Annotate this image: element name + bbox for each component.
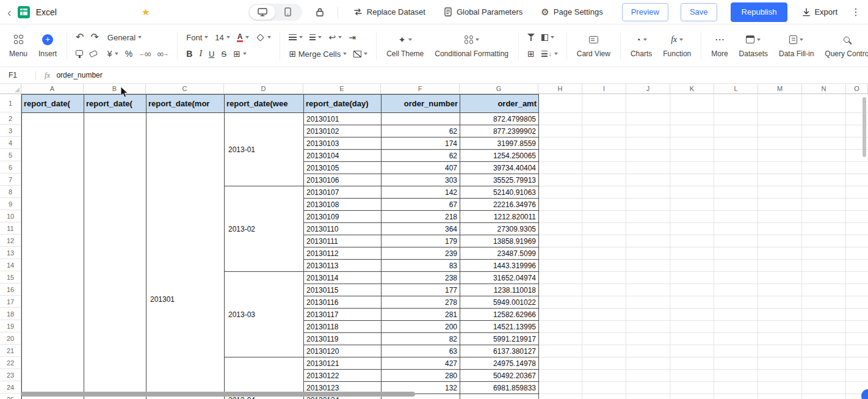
- kebab-menu-icon[interactable]: ⋮: [851, 7, 861, 17]
- cell-G5[interactable]: 1254.250065: [460, 150, 539, 162]
- row-header-25[interactable]: 25: [0, 394, 21, 399]
- row-header-6[interactable]: 6: [0, 161, 21, 174]
- merge-cells-button[interactable]: ⊞ Merge Cells: [289, 49, 347, 59]
- italic-button[interactable]: I: [199, 49, 202, 59]
- cell-E16[interactable]: 20130115: [304, 284, 382, 296]
- page-settings-button[interactable]: ⚙ Page Settings: [534, 7, 609, 16]
- borders-button[interactable]: ⊞: [233, 49, 247, 58]
- row-header-16[interactable]: 16: [0, 284, 21, 296]
- merged-cell-week-2013-02[interactable]: 2013-02: [225, 186, 304, 272]
- cell-E13[interactable]: 20130112: [304, 247, 382, 260]
- cell-F12[interactable]: 179: [382, 235, 460, 247]
- cell-G2[interactable]: 872.4799805: [460, 113, 539, 125]
- cell-F9[interactable]: 67: [382, 199, 460, 211]
- column-header-F[interactable]: F: [381, 84, 460, 94]
- cell-G22[interactable]: 24975.14978: [460, 357, 539, 370]
- cell-G17[interactable]: 5949.001022: [460, 296, 539, 309]
- cell-F15[interactable]: 238: [382, 272, 460, 284]
- row-header-22[interactable]: 22: [0, 357, 21, 369]
- cell-E20[interactable]: 20130119: [304, 333, 382, 345]
- merged-cell-week-2013-03[interactable]: 2013-03: [225, 272, 304, 357]
- number-format-dropdown[interactable]: General: [107, 33, 142, 42]
- row-header-13[interactable]: 13: [0, 247, 21, 259]
- device-preview-toggle[interactable]: [248, 4, 302, 21]
- cell-F11[interactable]: 364: [382, 223, 460, 235]
- export-button[interactable]: Export: [802, 7, 837, 16]
- row-header-2[interactable]: 2: [0, 112, 21, 125]
- global-parameters-button[interactable]: Global Parameters: [437, 7, 529, 16]
- cell-G23[interactable]: 50492.20367: [460, 370, 539, 382]
- back-chevron-icon[interactable]: ‹: [6, 6, 13, 18]
- undo-button[interactable]: ↶: [76, 32, 84, 42]
- republish-button[interactable]: Republish: [731, 2, 788, 22]
- column-header-N[interactable]: N: [802, 84, 846, 94]
- merged-cell-A[interactable]: [22, 113, 84, 399]
- cell-G14[interactable]: 1443.319996: [460, 260, 539, 272]
- decrease-decimal-button[interactable]: ←00: [139, 51, 151, 57]
- strikethrough-button[interactable]: S: [221, 49, 226, 59]
- clear-format-button[interactable]: [89, 50, 98, 57]
- increase-decimal-button[interactable]: 00→: [157, 51, 169, 57]
- cell-E3[interactable]: 20130102: [304, 125, 382, 137]
- cell-E10[interactable]: 20130109: [304, 211, 382, 223]
- cell-F2[interactable]: [382, 113, 460, 125]
- bold-button[interactable]: B: [186, 49, 192, 59]
- conditional-formatting-button[interactable]: Conditional Formatting: [429, 34, 514, 58]
- format-painter-button[interactable]: [76, 50, 83, 56]
- row-header-21[interactable]: 21: [0, 345, 21, 357]
- row-header-24[interactable]: 24: [0, 381, 21, 394]
- menu-button[interactable]: Menu: [4, 34, 33, 58]
- cell-G9[interactable]: 22216.34976: [460, 199, 539, 211]
- vertical-scrollbar[interactable]: [863, 97, 866, 157]
- cell-E22[interactable]: 20130121: [304, 357, 382, 370]
- row-header-8[interactable]: 8: [0, 186, 21, 198]
- cell-G4[interactable]: 31997.8559: [460, 137, 539, 150]
- cell-G21[interactable]: 6137.380127: [460, 345, 539, 357]
- cell-G15[interactable]: 31652.04974: [460, 272, 539, 284]
- font-color-button[interactable]: A: [237, 33, 250, 42]
- merged-cell-B[interactable]: [84, 113, 146, 399]
- column-header-D[interactable]: D: [224, 84, 303, 94]
- header-cell-E1[interactable]: report_date(day): [304, 95, 382, 113]
- charts-button[interactable]: ◔ Charts: [625, 34, 657, 58]
- redo-button[interactable]: ↷: [90, 32, 98, 42]
- row-header-9[interactable]: 9: [0, 198, 21, 210]
- preview-button[interactable]: Preview: [622, 3, 668, 21]
- cell-F3[interactable]: 62: [382, 125, 460, 137]
- cell-F18[interactable]: 281: [382, 309, 460, 321]
- column-header-L[interactable]: L: [714, 84, 758, 94]
- cell-F16[interactable]: 177: [382, 284, 460, 296]
- row-header-19[interactable]: 19: [0, 320, 21, 332]
- cell-G11[interactable]: 27309.9305: [460, 223, 539, 235]
- font-size-dropdown[interactable]: 14: [215, 33, 230, 42]
- cell-E11[interactable]: 20130110: [304, 223, 382, 235]
- column-header-I[interactable]: I: [582, 84, 626, 94]
- cell-E18[interactable]: 20130117: [304, 309, 382, 321]
- row-header-23[interactable]: 23: [0, 369, 21, 381]
- cell-G18[interactable]: 12582.62966: [460, 309, 539, 321]
- card-view-button[interactable]: Card View: [571, 34, 616, 58]
- sort-button[interactable]: ↓: [541, 51, 558, 57]
- cell-G13[interactable]: 23487.5099: [460, 247, 539, 260]
- cell-F5[interactable]: 62: [382, 150, 460, 162]
- horizontal-align-dropdown[interactable]: [289, 34, 303, 40]
- merged-cell-month[interactable]: 201301: [146, 113, 225, 399]
- cell-F8[interactable]: 142: [382, 186, 460, 199]
- cell-G24[interactable]: 6981.859833: [460, 382, 539, 394]
- desktop-view-toggle[interactable]: [250, 5, 275, 20]
- cell-G16[interactable]: 1238.110018: [460, 284, 539, 296]
- cell-F19[interactable]: 200: [382, 321, 460, 333]
- grid-area[interactable]: report_date(report_date(report_date(morr…: [21, 94, 868, 399]
- row-header-3[interactable]: 3: [0, 125, 21, 137]
- cell-F23[interactable]: 280: [382, 370, 460, 382]
- column-header-A[interactable]: A: [21, 84, 84, 94]
- table-grid-button[interactable]: ⊞: [527, 49, 535, 58]
- function-button[interactable]: fx Function: [657, 34, 696, 58]
- row-header-7[interactable]: 7: [0, 174, 21, 186]
- row-header-14[interactable]: 14: [0, 259, 21, 271]
- row-header-5[interactable]: 5: [0, 149, 21, 161]
- indent-button[interactable]: ⇥: [349, 33, 356, 42]
- header-cell-G1[interactable]: order_amt: [460, 95, 539, 113]
- column-header-O[interactable]: O: [846, 84, 868, 94]
- header-cell-F1[interactable]: order_number: [382, 95, 460, 113]
